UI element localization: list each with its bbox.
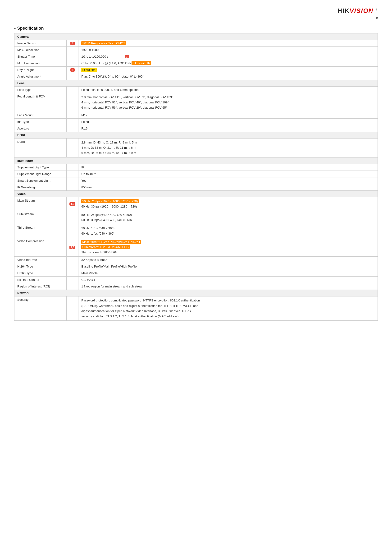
divider-line [14,17,378,19]
row-label: Sub-Stream [14,211,67,224]
value-highlight: 0 Lux with IR [132,61,151,65]
category-dori: DORI [14,132,378,139]
row-badge: 3 [67,67,78,73]
divider-dot [376,17,378,19]
row-value: Main Profile [78,270,378,277]
row-label: Smart Supplement Light [14,177,67,184]
table-row: Lens Mount M12 [14,112,378,119]
row-label: Image Sensor [14,40,67,47]
row-value: Fixed [78,119,378,125]
row-value: 850 nm [78,184,378,190]
row-badge [67,60,78,67]
row-label: Video Compression [14,238,67,257]
row-badge [67,125,78,132]
table-row: Supplement Light Type IR [14,164,378,170]
row-label-security: Security [14,296,67,321]
table-row: Region of Interest (ROI) 1 fixed region … [14,283,378,290]
row-label: Iris Type [14,119,67,125]
row-value: 1/3 s to 1/100,000 s 3 [78,53,378,60]
row-label: Bit Rate Control [14,277,67,283]
row-badge: 1,2 [67,197,78,211]
row-label: Angle Adjustment [14,73,67,80]
row-value: 2.8 mm, D: 43 m, O: 17 m, R: 9 m, I: 5 m… [78,139,378,157]
row-value: 32 Kbps to 8 Mbps [78,257,378,263]
row-badge [67,170,78,177]
row-value: Up to 40 m [78,170,378,177]
row-label: Max. Resolution [14,47,67,53]
row-label: Supplement Light Type [14,164,67,170]
category-label: Video [14,190,378,197]
badge-3-day: 3 [70,68,75,72]
row-value: 1920 × 1080 [78,47,378,53]
table-row: Lens Type Fixed focal lens, 2.8, 4, and … [14,87,378,93]
row-value: 50 Hz: 25 fps (640 × 480, 640 × 360) 60 … [78,211,378,224]
row-label: Aperture [14,125,67,132]
table-row: Supplement Light Range Up to 40 m [14,170,378,177]
value-highlight: 50 Hz: 25 fps (1920 × 1080, 1280 × 720) [81,199,139,203]
spec-table: Camera Image Sensor 4 1/2.7" Progressive… [14,33,378,321]
row-label: H.264 Type [14,263,67,270]
category-illuminator: Illuminator [14,157,378,164]
row-badge [67,224,78,238]
row-value-security: Password protection, complicated passwor… [78,296,378,321]
table-row: Sub-Stream 50 Hz: 25 fps (640 × 480, 640… [14,211,378,224]
row-label: Shutter Time [14,53,67,60]
row-label: Lens Type [14,87,67,93]
row-label: DORI [14,139,67,157]
category-camera: Camera [14,33,378,40]
row-label: Day & Night [14,67,67,73]
row-badge [67,177,78,184]
row-value: M12 [78,112,378,119]
hikvision-logo: HIKVISION ® [337,7,378,15]
row-value: IR cut filter [78,67,378,73]
badge-78: 7,8 [70,246,75,249]
row-label: Lens Mount [14,112,67,119]
category-label: Illuminator [14,157,378,164]
table-row: Main Stream 1,2 50 Hz: 25 fps (1920 × 10… [14,197,378,211]
row-badge [67,296,78,321]
badge-12: 1,2 [70,202,75,206]
table-row: Video Compression 7,8 Main stream: H.265… [14,238,378,257]
row-value: 2.8 mm, horizontal FOV 111°, vertical FO… [78,93,378,112]
row-value: 50 Hz: 1 fps (640 × 360) 60 Hz: 1 fps (6… [78,224,378,238]
row-value: 50 Hz: 25 fps (1920 × 1080, 1280 × 720) … [78,197,378,211]
table-row: Focal Length & FOV 2.8 mm, horizontal FO… [14,93,378,112]
category-video: Video [14,190,378,197]
row-badge [67,47,78,53]
table-row: H.264 Type Baseline Profile/Main Profile… [14,263,378,270]
category-network: Network [14,290,378,296]
row-label: Third Stream [14,224,67,238]
row-badge [67,93,78,112]
row-value: Color: 0.005 Lux @ (F1.6, AGC ON),0 Lux … [78,60,378,67]
table-row: Image Sensor 4 1/2.7" Progressive Scan C… [14,40,378,47]
row-value: CBR/VBR [78,277,378,283]
table-row: Angle Adjustment Pan: 0° to 360°,tilt: 0… [14,73,378,80]
divider-hr [14,18,373,18]
row-value: 1 fixed region for main stream and sub s… [78,283,378,290]
value-text: 1/2.7" Progressive Scan CMOS [81,41,126,45]
category-lens: Lens [14,80,378,87]
row-badge: 7,8 [67,238,78,257]
table-row: Security Password protection, complicate… [14,296,378,321]
category-label: Network [14,290,378,296]
row-label: Main Stream [14,197,67,211]
badge-4: 4 [70,42,75,45]
row-label: Min. Illumination [14,60,67,67]
row-badge [67,73,78,80]
row-label: IR Wavelength [14,184,67,190]
row-value: Main stream: H.265+/H.265/H.264+/H.264 S… [78,238,378,257]
row-badge [67,184,78,190]
category-label: Camera [14,33,378,40]
table-row: H.265 Type Main Profile [14,270,378,277]
row-label: Supplement Light Range [14,170,67,177]
table-row: IR Wavelength 850 nm [14,184,378,190]
category-label: DORI [14,132,378,139]
badge-3-shutter: 3 [125,55,129,58]
page-wrapper: HIKVISION ® Specification Camera Image S… [0,0,392,555]
value-highlight: IR cut filter [81,68,97,72]
row-badge [67,277,78,283]
row-badge [67,119,78,125]
row-label: Video Bit Rate [14,257,67,263]
row-badge [67,211,78,224]
logo-vision: VISION [349,7,373,14]
